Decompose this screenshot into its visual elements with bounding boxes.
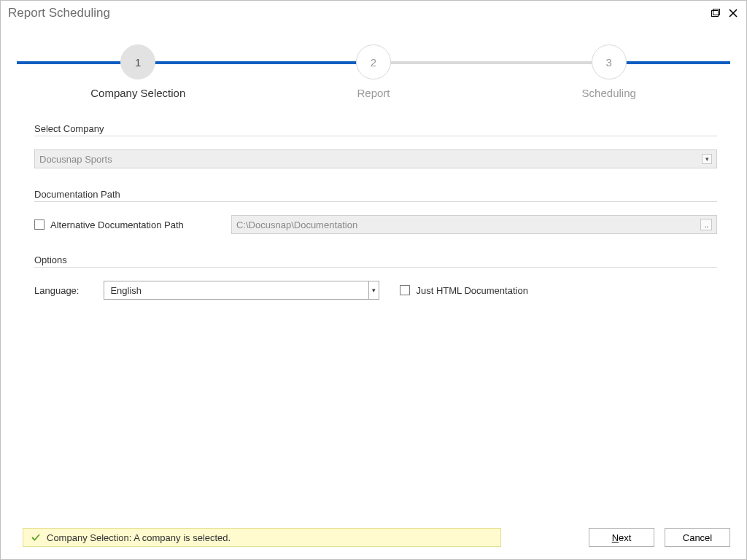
chevron-down-icon: ▾: [702, 154, 712, 164]
company-select[interactable]: Docusnap Sports ▾: [34, 149, 717, 168]
step-2-label: Report: [357, 87, 390, 99]
step-2-node[interactable]: 2: [356, 44, 391, 79]
doc-path-input: C:\Docusnap\Documentation ..: [231, 215, 717, 234]
company-select-value: Docusnap Sports: [39, 154, 702, 165]
next-underline: N: [612, 532, 619, 543]
language-select[interactable]: English ▾: [104, 281, 379, 300]
check-icon: [31, 532, 41, 542]
just-html-checkbox[interactable]: Just HTML Documentation: [400, 285, 527, 296]
cancel-button[interactable]: Cancel: [665, 528, 730, 547]
browse-button[interactable]: ..: [700, 219, 712, 230]
close-button[interactable]: [726, 6, 740, 20]
documentation-path-heading: Documentation Path: [34, 189, 717, 200]
options-heading: Options: [34, 254, 717, 265]
alt-doc-path-label: Alternative Documentation Path: [50, 219, 184, 230]
wizard-stepper: 1 2 3: [17, 44, 730, 79]
maximize-button[interactable]: [708, 6, 723, 20]
step-1-label: Company Selection: [90, 87, 185, 99]
svg-rect-1: [713, 9, 720, 15]
alt-doc-path-checkbox[interactable]: Alternative Documentation Path: [34, 219, 224, 230]
step-1-number: 1: [135, 56, 141, 69]
select-company-heading: Select Company: [34, 123, 717, 134]
divider: [34, 201, 717, 202]
language-value: English: [104, 285, 368, 296]
divider: [34, 136, 717, 136]
checkbox-icon: [34, 219, 44, 230]
chevron-down-icon: ▾: [368, 281, 379, 299]
status-text: Company Selection: A company is selected…: [47, 532, 231, 543]
step-3-node[interactable]: 3: [592, 44, 627, 79]
step-3-label: Scheduling: [582, 87, 636, 99]
status-bar: Company Selection: A company is selected…: [23, 528, 501, 547]
window-title: Report Scheduling: [8, 6, 705, 20]
step-2-number: 2: [371, 56, 376, 69]
language-label: Language:: [34, 285, 79, 296]
next-rest: ext: [619, 532, 631, 543]
next-button[interactable]: Next: [589, 528, 654, 547]
just-html-label: Just HTML Documentation: [416, 285, 527, 296]
divider: [34, 267, 717, 268]
checkbox-icon: [400, 285, 410, 295]
doc-path-value: C:\Docusnap\Documentation: [236, 219, 700, 230]
svg-rect-0: [712, 11, 719, 17]
step-1-node[interactable]: 1: [120, 44, 155, 79]
step-3-number: 3: [606, 56, 612, 69]
